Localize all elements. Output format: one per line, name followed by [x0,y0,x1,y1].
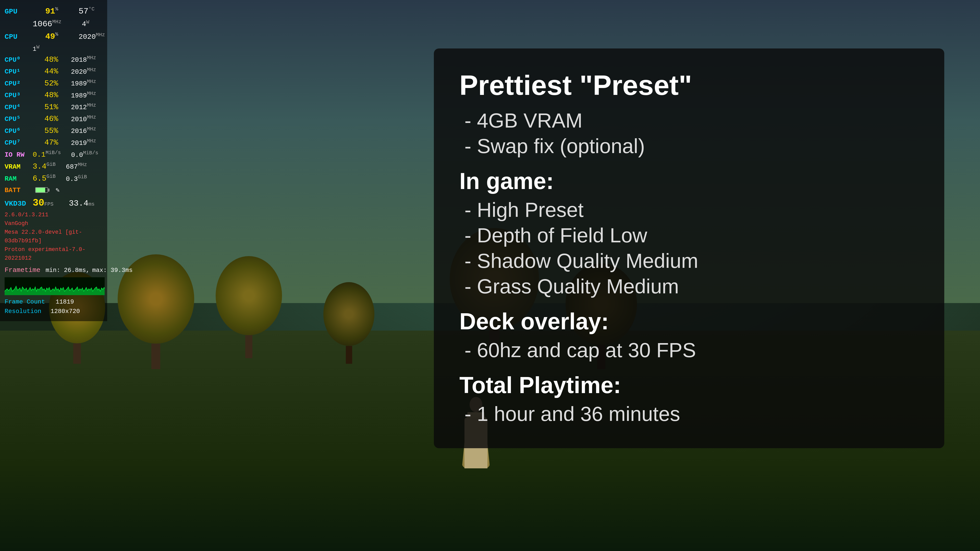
proton-row: Proton experimental-7.0-20221012 [5,245,103,263]
batt-cursor: ✎ [56,185,60,195]
resolution-row: Resolution 1280x720 [5,306,103,316]
cpu3-row: CPU³ 48% 1989MHz [5,89,103,101]
gpu-label: GPU [5,6,33,17]
cpu7-label: CPU⁷ [5,138,33,148]
battery-icon [35,185,48,196]
cpu4-label: CPU⁴ [5,102,33,113]
cpu3-percent: 48% [33,89,58,101]
cpu7-row: CPU⁷ 47% 2019MHz [5,137,103,149]
version-row: 2.6.0/1.3.211 [5,211,103,219]
ram-val2: 0.3GiB [66,173,87,184]
cpu1-percent: 44% [33,65,58,78]
cpu6-row: CPU⁶ 55% 2016MHz [5,125,103,137]
cpu0-row: CPU⁰ 48% 2018MHz [5,54,103,66]
vkd3d-label: VKD3D [5,198,33,209]
vram-used: 3.4GiB [33,160,56,173]
cpu6-label: CPU⁶ [5,126,33,136]
cpu2-mhz: 1989MHz [71,78,96,89]
cpu4-percent: 51% [33,101,58,113]
frametime-max: max: 39.3ms [92,265,132,275]
mesa-row: Mesa 22.2.0-devel [git-03db7b91fb] [5,228,103,245]
cpu2-row: CPU² 52% 1989MHz [5,78,103,89]
info-bullet1: - 4GB VRAM [460,109,919,132]
info-bullet2: - Swap fix (optional) [460,135,919,158]
vram-label: VRAM [5,162,33,172]
fps-row: VKD3D 30 FPS 33.4ms [5,196,103,211]
cpu2-label: CPU² [5,79,33,89]
io-row: IO RW 0.1MiB/s 0.0MiB/s [5,149,103,160]
gpu-w: 4W [82,18,89,30]
cpu-row: CPU 49% 2020MHz [5,30,103,43]
fps-unit: FPS [45,200,54,208]
cpu4-row: CPU⁴ 51% 2012MHz [5,101,103,113]
io-write: 0.0MiB/s [71,149,98,160]
batt-row: BATT ✎ [5,185,103,196]
cpu7-mhz: 2019MHz [71,137,96,148]
cpu1-mhz: 2020MHz [71,66,96,77]
fps-value: 30 [33,196,45,211]
frametime-label: Frametime [5,265,40,275]
cpu-w: 1W [33,43,39,54]
hud-panel: GPU 91% 57°C 1066MHz 4W CPU 49% 2020MHz … [0,0,107,321]
cpu-label: CPU [5,32,33,42]
cpu1-row: CPU¹ 44% 2020MHz [5,65,103,78]
gpu-mhz-row: 1066MHz 4W [5,18,103,30]
io-read: 0.1MiB/s [33,149,61,160]
frame-count-value: 11819 [56,297,74,306]
section-total: Total Playtime: [460,372,919,399]
cpu0-label: CPU⁰ [5,55,33,65]
frametime-row: Frametime min: 26.8ms, max: 39.3ms [5,265,103,275]
resolution-label: Resolution [5,306,45,316]
cpu0-percent: 48% [33,54,58,66]
vram-row: VRAM 3.4GiB 687MHz [5,160,103,173]
cpu3-label: CPU³ [5,90,33,100]
cpu2-percent: 52% [33,78,58,89]
frame-count-label: Frame Count [5,297,51,306]
ingame-item3: - Shadow Quality Medium [460,249,919,273]
ms-value: 33.4ms [69,197,95,210]
frametime-graph [5,277,105,295]
cpu6-mhz: 2016MHz [71,125,96,136]
cpu1-label: CPU¹ [5,67,33,77]
gpu-mhz: 1066MHz [33,18,62,30]
cpu5-percent: 46% [33,113,58,125]
ram-used: 6.5GiB [33,172,56,185]
gpu-percent: 91% [33,5,58,18]
batt-label: BATT [5,185,33,195]
info-title: Prettiest "Preset" [460,69,919,101]
cpu-percent: 49% [33,30,58,43]
resolution-value: 1280x720 [51,306,80,316]
vram-mhz: 687MHz [66,161,87,172]
cpu-w-row: 1W [5,43,103,54]
cpu0-mhz: 2018MHz [71,54,96,65]
ingame-item1: - High Preset [460,198,919,222]
tree [323,282,374,364]
total-item1: - 1 hour and 36 minutes [460,402,919,426]
ingame-item2: - Depth of Field Low [460,224,919,247]
section-deck: Deck overlay: [460,308,919,335]
frame-count-row: Frame Count 11819 [5,297,103,306]
cpu4-mhz: 2012MHz [71,101,96,113]
cpu5-row: CPU⁵ 46% 2010MHz [5,113,103,125]
cpu-mhz: 2020MHz [79,31,105,43]
gpu-temp: 57°C [79,5,94,18]
io-label: IO RW [5,150,33,160]
engine-row: VanGogh [5,219,103,228]
cpu3-mhz: 1989MHz [71,89,96,101]
section-ingame: In game: [460,168,919,194]
cpu5-mhz: 2010MHz [71,113,96,124]
cpu7-percent: 47% [33,137,58,149]
frametime-min: min: 26.8ms, [45,265,89,275]
ingame-item4: - Grass Quality Medium [460,275,919,298]
info-panel: Prettiest "Preset" - 4GB VRAM - Swap fix… [434,48,944,448]
cpu6-percent: 55% [33,125,58,137]
deck-item1: - 60hz and cap at 30 FPS [460,338,919,362]
ram-row: RAM 6.5GiB 0.3GiB [5,172,103,185]
tree [216,256,282,358]
frametime-svg [5,277,105,295]
gpu-row: GPU 91% 57°C [5,5,103,18]
ram-label: RAM [5,174,33,184]
cpu5-label: CPU⁵ [5,114,33,124]
